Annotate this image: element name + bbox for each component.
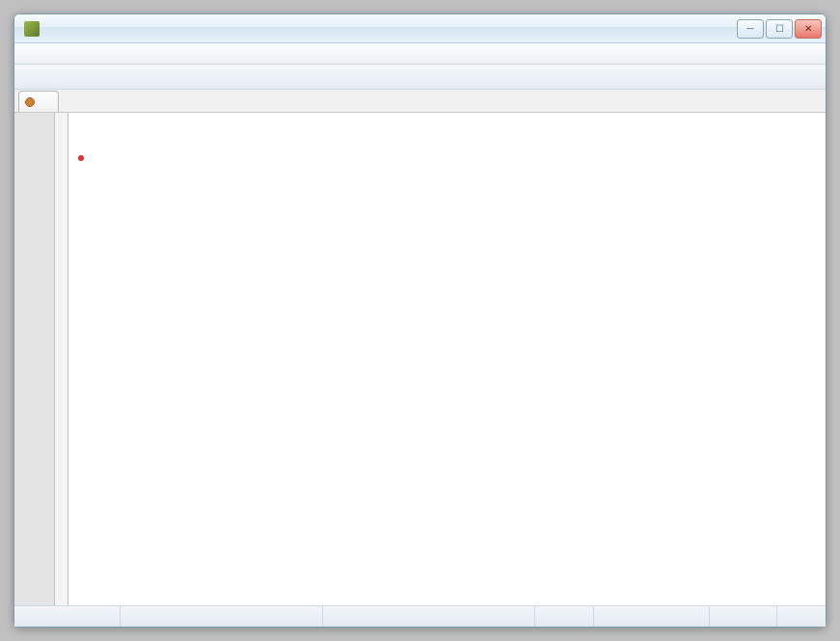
status-eol (594, 606, 710, 627)
status-position (323, 606, 535, 627)
editor[interactable] (14, 113, 826, 605)
tabbar (14, 90, 826, 113)
annotation-highlight-box (78, 155, 84, 161)
statusbar (14, 605, 826, 627)
maximize-button[interactable]: ☐ (766, 19, 793, 39)
toolbar (14, 65, 826, 90)
app-icon (24, 21, 40, 37)
unsaved-dot-icon (25, 97, 35, 107)
close-button[interactable]: ✕ (795, 19, 822, 39)
status-filetype (14, 606, 121, 627)
fold-gutter (55, 113, 68, 605)
code-area[interactable] (68, 113, 826, 605)
line-number-gutter (14, 113, 55, 605)
menubar (14, 43, 826, 65)
titlebar[interactable]: ─ ☐ ✕ (14, 14, 826, 43)
status-length (121, 606, 323, 627)
minimize-button[interactable]: ─ (737, 19, 764, 39)
status-mode (777, 606, 826, 627)
app-window: ─ ☐ ✕ (14, 13, 826, 628)
tab-vars-bat[interactable] (18, 91, 59, 112)
status-encoding (710, 606, 777, 627)
